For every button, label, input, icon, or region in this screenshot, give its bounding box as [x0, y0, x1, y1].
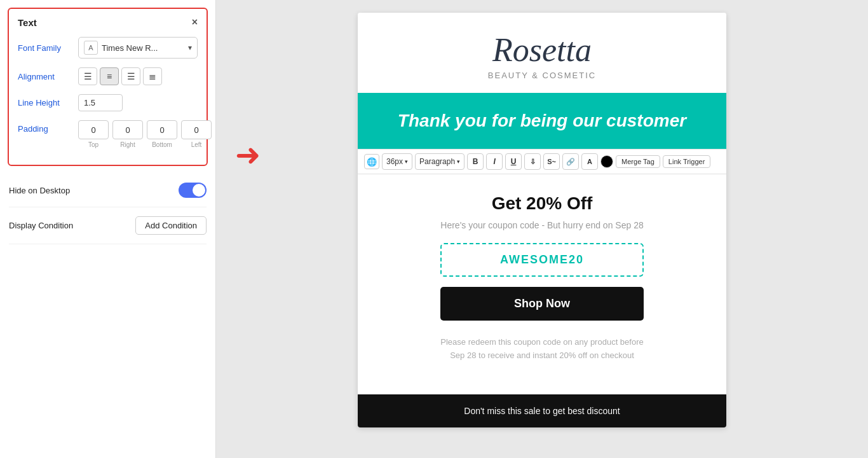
arrow-indicator: ➜ — [235, 137, 261, 172]
panel-title-row: Text × — [18, 17, 198, 28]
display-condition-label: Display Condition — [9, 221, 73, 230]
padding-left-input[interactable] — [181, 120, 212, 139]
alignment-buttons: ☰ ≡ ☰ ≣ — [78, 67, 162, 85]
email-body: Get 20% Off Here's your coupon code - Bu… — [358, 174, 726, 394]
align-left-button[interactable]: ☰ — [78, 67, 97, 85]
font-family-row: Font Family A Times New R... ▾ — [18, 37, 198, 59]
text-settings-card: Text × Font Family A Times New R... ▾ Al… — [8, 8, 208, 166]
italic-button[interactable]: I — [486, 153, 503, 170]
font-size-value: 36px — [386, 157, 403, 166]
font-family-selector[interactable]: A Times New R... ▾ — [78, 37, 198, 59]
align-right-button[interactable]: ☰ — [121, 67, 140, 85]
strikethrough-button[interactable]: S~ — [543, 153, 560, 170]
merge-tag-button[interactable]: Merge Tag — [616, 155, 660, 168]
link-trigger-button[interactable]: Link Trigger — [663, 155, 710, 168]
padding-row: Padding 🔒 Top Right Bottom Left — [18, 120, 198, 148]
padding-label: Padding — [18, 124, 78, 134]
align-justify-button[interactable]: ≣ — [143, 67, 162, 85]
rosetta-logo: Rosetta — [370, 32, 714, 68]
bold-button[interactable]: B — [467, 153, 484, 170]
link-button[interactable]: 🔗 — [562, 153, 579, 170]
padding-inputs-row: 🔒 — [78, 120, 226, 139]
line-height-label: Line Height — [18, 98, 78, 108]
text-color-button[interactable]: A — [581, 153, 598, 170]
padding-left-label: Left — [181, 141, 212, 148]
coupon-code-box: AWESOME20 — [440, 243, 644, 277]
left-panel: Text × Font Family A Times New R... ▾ Al… — [0, 0, 216, 458]
paragraph-chevron: ▾ — [457, 158, 460, 165]
padding-bottom-input[interactable] — [147, 120, 177, 139]
subscript-button[interactable]: ⇩ — [524, 153, 541, 170]
padding-bottom-label: Bottom — [147, 141, 177, 148]
underline-button[interactable]: U — [505, 153, 522, 170]
font-family-value: Times New R... — [102, 43, 158, 53]
font-icon: A — [84, 41, 98, 55]
padding-top-input[interactable] — [78, 120, 109, 139]
panel-title-text: Text — [18, 17, 37, 28]
align-center-button[interactable]: ≡ — [100, 67, 119, 85]
text-toolbar: 🌐 36px ▾ Paragraph ▾ B I U ⇩ S~ 🔗 A Merg… — [358, 149, 726, 174]
email-header: Rosetta Beauty & Cosmetic — [358, 13, 726, 93]
padding-right-label: Right — [112, 141, 143, 148]
globe-icon[interactable]: 🌐 — [364, 154, 379, 169]
hide-on-desktop-toggle[interactable] — [179, 183, 207, 198]
footer-line2: Sep 28 to receive and instant 20% off on… — [450, 350, 634, 360]
paragraph-label: Paragraph — [419, 157, 455, 166]
discount-title: Get 20% Off — [370, 193, 714, 214]
hide-on-desktop-row: Hide on Desktop — [9, 174, 207, 207]
alignment-row: Alignment ☰ ≡ ☰ ≣ — [18, 67, 198, 85]
bottom-options: Hide on Desktop Display Condition Add Co… — [0, 174, 215, 244]
display-condition-row: Display Condition Add Condition — [9, 207, 207, 244]
padding-right-input[interactable] — [112, 120, 143, 139]
font-family-label: Font Family — [18, 43, 78, 53]
bottom-banner: Don't miss this sale to get best discoun… — [358, 394, 726, 427]
padding-inputs: 🔒 Top Right Bottom Left — [78, 120, 226, 148]
teal-banner: Thank you for being our customer — [358, 93, 726, 149]
footer-line1: Please redeem this coupon code on any pr… — [440, 337, 643, 347]
close-button[interactable]: × — [192, 17, 198, 28]
chevron-down-icon: ▾ — [188, 43, 192, 52]
banner-text: Thank you for being our customer — [370, 111, 714, 131]
bottom-banner-text: Don't miss this sale to get best discoun… — [464, 406, 620, 416]
padding-top-label: Top — [78, 141, 109, 148]
line-height-row: Line Height — [18, 94, 198, 111]
email-footer-text: Please redeem this coupon code on any pr… — [370, 336, 714, 363]
font-size-chevron: ▾ — [405, 158, 408, 165]
email-preview: Rosetta Beauty & Cosmetic Thank you for … — [358, 13, 726, 427]
add-condition-button[interactable]: Add Condition — [135, 216, 207, 235]
rosetta-tagline: Beauty & Cosmetic — [370, 71, 714, 80]
shop-now-button[interactable]: Shop Now — [440, 287, 644, 321]
line-height-input[interactable] — [78, 94, 123, 111]
hide-on-desktop-label: Hide on Desktop — [9, 186, 70, 195]
alignment-label: Alignment — [18, 72, 78, 81]
padding-labels: Top Right Bottom Left — [78, 141, 226, 148]
discount-subtitle: Here's your coupon code - But hurry end … — [370, 220, 714, 230]
font-size-selector[interactable]: 36px ▾ — [382, 153, 412, 170]
color-picker[interactable] — [600, 155, 613, 168]
right-preview-area: ➜ Rosetta Beauty & Cosmetic Thank you fo… — [216, 0, 868, 458]
paragraph-selector[interactable]: Paragraph ▾ — [415, 153, 465, 170]
